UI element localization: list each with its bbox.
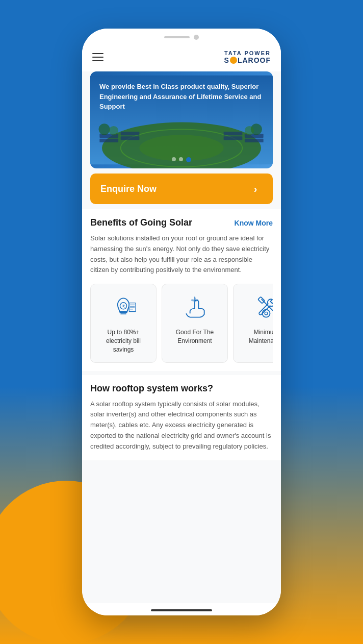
app-logo: TATA POWER S LAROOF bbox=[224, 50, 271, 64]
hero-banner: We provide Best in Class product quality… bbox=[90, 71, 273, 168]
enquire-label: Enquire Now bbox=[100, 184, 157, 194]
notch-dot bbox=[194, 35, 199, 40]
benefit-card-maintenance: Minimum Maintenance bbox=[233, 284, 273, 362]
dot-3[interactable] bbox=[186, 157, 191, 162]
svg-point-15 bbox=[245, 126, 254, 135]
tools-icon bbox=[251, 292, 273, 323]
benefit-card-savings: ₹ Up to 80%+ electricity bill savings bbox=[90, 284, 157, 362]
works-title: How rooftop system works? bbox=[90, 383, 273, 394]
hamburger-menu[interactable] bbox=[92, 53, 103, 61]
svg-point-27 bbox=[263, 310, 270, 317]
home-indicator bbox=[82, 603, 281, 615]
bottom-spacer bbox=[82, 460, 281, 470]
phone-frame: TATA POWER S LAROOF bbox=[82, 29, 281, 615]
works-description: A solar rooftop system typically consist… bbox=[90, 399, 273, 452]
svg-text:₹: ₹ bbox=[122, 304, 125, 309]
svg-rect-9 bbox=[224, 136, 243, 140]
leaf-hand-icon bbox=[179, 292, 210, 323]
phone-content: TATA POWER S LAROOF bbox=[82, 43, 281, 603]
benefit-card-environment: Good For The Environment bbox=[162, 284, 228, 362]
dot-2[interactable] bbox=[179, 157, 183, 161]
benefits-header: Benefits of Going Solar Know More bbox=[90, 217, 273, 228]
logo-laroof: LAROOF bbox=[238, 56, 271, 64]
svg-rect-26 bbox=[258, 297, 265, 304]
svg-rect-7 bbox=[121, 136, 140, 140]
logo-o-dot bbox=[230, 57, 237, 64]
svg-rect-6 bbox=[121, 132, 140, 135]
logo-s: S bbox=[224, 56, 229, 64]
svg-rect-5 bbox=[99, 139, 118, 142]
svg-point-12 bbox=[99, 123, 110, 135]
how-it-works-section: How rooftop system works? A solar roofto… bbox=[82, 375, 281, 460]
notch-line bbox=[164, 36, 190, 38]
svg-rect-20 bbox=[129, 303, 136, 312]
dot-1[interactable] bbox=[172, 157, 176, 161]
banner-pagination bbox=[172, 157, 191, 162]
benefits-title: Benefits of Going Solar bbox=[90, 217, 192, 228]
logo-solaroof-text: S LAROOF bbox=[224, 56, 271, 64]
phone-notch bbox=[82, 29, 281, 43]
savings-label: Up to 80%+ electricity bill savings bbox=[97, 328, 150, 354]
benefits-cards-container: ₹ Up to 80%+ electricity bill savings bbox=[90, 284, 273, 370]
benefits-description: Solar solutions installed on your roof o… bbox=[90, 233, 273, 276]
app-header: TATA POWER S LAROOF bbox=[82, 43, 281, 71]
svg-rect-8 bbox=[224, 132, 243, 135]
svg-point-13 bbox=[109, 126, 118, 135]
enquire-now-button[interactable]: Enquire Now › bbox=[90, 174, 273, 204]
maintenance-label: Minimum Maintenance bbox=[240, 328, 273, 345]
know-more-link[interactable]: Know More bbox=[235, 219, 273, 227]
logo-tata-text: TATA POWER bbox=[224, 50, 271, 56]
environment-label: Good For The Environment bbox=[168, 328, 221, 345]
enquire-arrow-icon: › bbox=[248, 182, 263, 196]
banner-text: We provide Best in Class product quality… bbox=[99, 82, 264, 112]
benefits-section: Benefits of Going Solar Know More Solar … bbox=[82, 209, 281, 371]
home-bar bbox=[151, 609, 212, 611]
svg-rect-11 bbox=[245, 139, 264, 142]
svg-point-28 bbox=[265, 312, 268, 315]
lightbulb-money-icon: ₹ bbox=[108, 292, 139, 323]
